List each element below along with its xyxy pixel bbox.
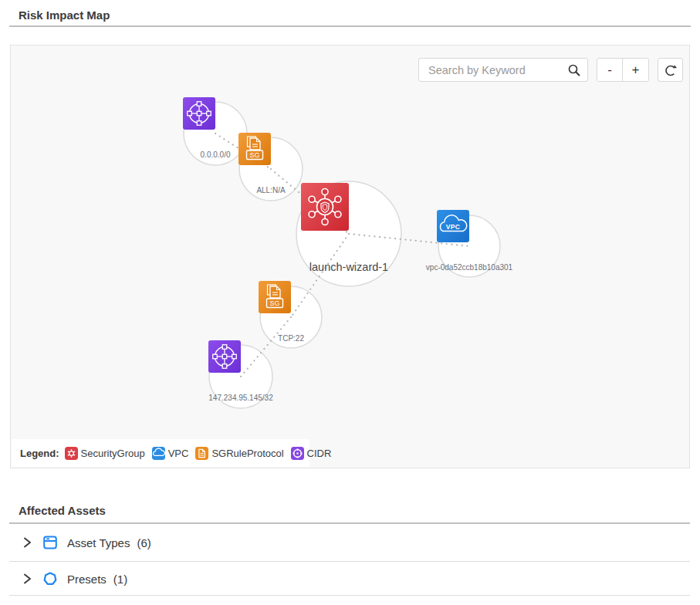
security-group-legend-icon — [65, 447, 78, 460]
legend: Legend: SecurityGroup VPC — [12, 439, 309, 467]
vpc-legend-icon — [152, 447, 165, 460]
sgruleprotocol-icon — [259, 281, 291, 313]
risk-impact-map-panel: SG V — [10, 45, 690, 468]
zoom-controls: - + — [597, 58, 649, 82]
securitygroup-icon — [301, 183, 349, 231]
zoom-in-button[interactable]: + — [623, 59, 648, 81]
asset-row-asset-types[interactable]: Asset Types (6) — [9, 524, 690, 562]
risk-impact-graph: SG V — [11, 46, 691, 468]
asset-row-count: (1) — [113, 573, 127, 586]
search-button[interactable] — [561, 59, 587, 81]
asset-row-label: Presets — [67, 573, 107, 586]
reset-view-button[interactable] — [658, 58, 683, 82]
search-box — [418, 58, 588, 82]
node-label: vpc-0da52ccb18b10a301 — [426, 263, 513, 272]
node-label: launch-wizard-1 — [309, 261, 388, 273]
node-label: ALL:N/A — [256, 186, 286, 194]
node-label: 0.0.0.0/0 — [201, 150, 231, 159]
search-icon — [567, 63, 581, 77]
legend-item-cidr: CIDR — [291, 447, 332, 460]
legend-item-sgruleprotocol: SGRuleProtocol — [195, 447, 283, 460]
legend-label: CIDR — [307, 448, 332, 459]
cidr-icon — [183, 97, 215, 130]
legend-label: SecurityGroup — [81, 448, 145, 459]
page-title: Risk Impact Map — [19, 8, 110, 22]
cidr-legend-icon — [291, 447, 304, 460]
asset-types-icon — [42, 535, 58, 550]
zoom-out-button[interactable]: - — [597, 59, 623, 81]
chevron-right-icon — [22, 573, 32, 585]
search-input[interactable] — [419, 64, 561, 76]
sg-rule-legend-icon — [195, 447, 208, 460]
cidr-icon — [208, 340, 241, 373]
asset-row-presets[interactable]: Presets (1) — [9, 563, 690, 596]
legend-title: Legend: — [20, 448, 59, 459]
legend-label: VPC — [168, 448, 189, 459]
node-label: TCP:22 — [278, 334, 304, 343]
legend-label: SGRuleProtocol — [211, 448, 283, 459]
node-label: 147.234.95.145/32 — [208, 394, 273, 402]
legend-item-securitygroup: SecurityGroup — [65, 447, 145, 460]
presets-icon — [42, 571, 58, 586]
title-divider — [9, 25, 691, 27]
sgruleprotocol-icon — [238, 133, 271, 165]
chevron-right-icon — [22, 536, 32, 549]
refresh-icon — [663, 63, 678, 78]
asset-row-count: (6) — [137, 536, 150, 549]
legend-item-vpc: VPC — [152, 447, 189, 460]
asset-row-label: Asset Types — [67, 536, 130, 549]
vpc-icon — [437, 210, 469, 242]
affected-assets-title: Affected Assets — [19, 504, 106, 517]
